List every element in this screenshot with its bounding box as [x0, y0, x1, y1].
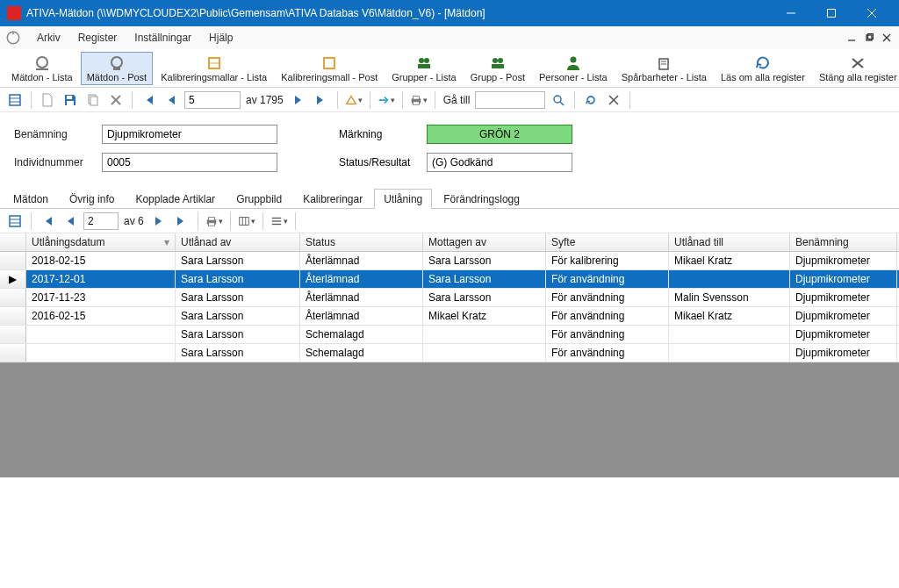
svg-rect-52: [239, 217, 248, 225]
view-mode-icon[interactable]: [5, 90, 25, 110]
btn-stang-alla[interactable]: Stäng alla register: [813, 52, 899, 85]
individ-label: Individnummer: [14, 156, 102, 169]
col-utlanad-till[interactable]: Utlånad till: [669, 233, 790, 251]
svg-rect-40: [413, 96, 419, 99]
cell-utlanad-till: Malin Svensson: [669, 289, 790, 306]
mdi-close-button[interactable]: [880, 32, 894, 44]
sub-print-icon[interactable]: ▾: [205, 212, 224, 231]
nav-next-icon[interactable]: [289, 90, 308, 110]
tab-ovrig-info[interactable]: Övrig info: [60, 189, 124, 209]
sub-nav-position-input[interactable]: [83, 212, 119, 230]
cell-benamning: Djupmikrometer: [790, 326, 897, 343]
cell-benamning: Djupmikrometer: [790, 289, 897, 306]
sub-nav-first-icon[interactable]: [38, 212, 57, 231]
btn-sparbarheter-lista[interactable]: Spårbarheter - Lista: [615, 52, 713, 85]
grid-area: Utlåningsdatum▾ Utlånad av Status Mottag…: [0, 233, 899, 477]
btn-las-om[interactable]: Läs om alla register: [715, 52, 811, 85]
sub-nav-prev-icon[interactable]: [61, 212, 80, 231]
nav-last-icon[interactable]: [312, 90, 331, 110]
cell-utlanad-av: Sara Larsson: [176, 344, 300, 362]
svg-rect-46: [10, 216, 20, 226]
table-row[interactable]: Sara LarssonSchemalagdFör användningDjup…: [0, 344, 899, 362]
col-benamning[interactable]: Benämning: [790, 233, 897, 251]
col-utlanad-av[interactable]: Utlånad av: [176, 233, 300, 251]
tab-kopplade-artiklar[interactable]: Kopplade Artiklar: [126, 189, 225, 209]
new-icon[interactable]: [38, 90, 57, 110]
btn-personer-lista[interactable]: Personer - Lista: [533, 52, 614, 85]
cell-utlanad-av: Sara Larsson: [176, 252, 300, 269]
table-row[interactable]: 2016-02-15Sara LarssonÅterlämnadMikael K…: [0, 307, 899, 326]
triangle-icon[interactable]: ▾: [344, 90, 363, 110]
refresh-icon[interactable]: [581, 90, 601, 110]
svg-rect-20: [418, 64, 430, 68]
col-status[interactable]: Status: [300, 233, 423, 251]
col-utlaningsdatum[interactable]: Utlåningsdatum▾: [26, 233, 176, 251]
sub-nav-last-icon[interactable]: [172, 212, 191, 231]
copy-icon[interactable]: [83, 90, 103, 110]
menu-installningar[interactable]: Inställningar: [126, 29, 200, 47]
app-icon: [7, 6, 21, 20]
save-icon[interactable]: [61, 90, 80, 110]
print-icon[interactable]: ▾: [409, 90, 428, 110]
cell-utlanad-till: [669, 270, 790, 288]
maximize-button[interactable]: [811, 0, 852, 26]
tab-utlaning[interactable]: Utlåning: [374, 189, 432, 209]
search-icon[interactable]: [549, 90, 568, 110]
tab-forandringslogg[interactable]: Förändringslogg: [434, 189, 529, 209]
row-header-corner: [0, 233, 26, 251]
cell-utlaningsdatum: [26, 326, 176, 343]
cell-syfte: För kalibrering: [546, 252, 669, 269]
minimize-button[interactable]: [771, 0, 811, 26]
cell-utlaningsdatum: 2016-02-15: [26, 307, 176, 325]
btn-kalibmall-post[interactable]: Kalibreringsmall - Post: [275, 52, 384, 85]
sub-nav-next-icon[interactable]: [149, 212, 169, 231]
sub-columns-icon[interactable]: ▾: [237, 212, 256, 231]
svg-rect-50: [208, 217, 214, 220]
svg-point-42: [554, 96, 561, 103]
nav-position-input[interactable]: [184, 91, 241, 109]
window-title: ATIVA-Mätdon (\\WDMYCLOUDEX2\Public\Geme…: [26, 7, 771, 19]
caliper-icon: [5, 30, 21, 46]
go-to-label: Gå till: [442, 94, 472, 106]
btn-kalibmallar-lista[interactable]: Kalibreringsmallar - Lista: [155, 52, 273, 85]
sub-list-icon[interactable]: ▾: [270, 212, 289, 231]
individ-input[interactable]: [102, 153, 277, 172]
tab-matdon[interactable]: Mätdon: [4, 189, 58, 209]
col-mottagen-av[interactable]: Mottagen av: [423, 233, 546, 251]
cell-utlanad-till: Mikael Kratz: [669, 307, 790, 325]
mdi-minimize-button[interactable]: [845, 32, 859, 44]
col-syfte[interactable]: Syfte: [546, 233, 669, 251]
table-row[interactable]: Sara LarssonSchemalagdFör användningDjup…: [0, 326, 899, 344]
table-row[interactable]: 2018-02-15Sara LarssonÅterlämnadSara Lar…: [0, 252, 899, 270]
btn-matdon-lista[interactable]: Mätdon - Lista: [5, 52, 79, 85]
btn-matdon-post[interactable]: Mätdon - Post: [81, 52, 153, 85]
cell-status: Återlämnad: [300, 307, 423, 325]
clear-icon[interactable]: [604, 90, 623, 110]
nav-prev-icon[interactable]: [162, 90, 181, 110]
sort-desc-icon: ▾: [164, 236, 169, 248]
benamning-input[interactable]: [102, 125, 277, 144]
btn-grupper-lista[interactable]: Grupper - Lista: [385, 52, 462, 85]
arrow-right-icon[interactable]: ▾: [377, 90, 396, 110]
menu-bar: Arkiv Register Inställningar Hjälp: [0, 26, 899, 49]
delete-icon[interactable]: [106, 90, 126, 110]
svg-point-24: [570, 57, 576, 63]
menu-arkiv[interactable]: Arkiv: [28, 29, 69, 47]
table-row[interactable]: 2017-11-23Sara LarssonÅterlämnadSara Lar…: [0, 289, 899, 307]
tab-gruppbild[interactable]: Gruppbild: [227, 189, 291, 209]
cell-utlaningsdatum: 2017-11-23: [26, 289, 176, 306]
cell-benamning: Djupmikrometer: [790, 344, 897, 362]
btn-grupp-post[interactable]: Grupp - Post: [464, 52, 531, 85]
close-button[interactable]: [852, 0, 892, 26]
sub-view-icon[interactable]: [5, 212, 25, 231]
mdi-restore-button[interactable]: [862, 32, 876, 44]
table-row[interactable]: ▶2017-12-01Sara LarssonÅterlämnadSara La…: [0, 270, 899, 289]
menu-hjalp[interactable]: Hjälp: [200, 29, 241, 47]
cell-mottagen-av: Mikael Kratz: [423, 307, 546, 325]
go-to-input[interactable]: [475, 91, 545, 109]
tab-kalibreringar[interactable]: Kalibreringar: [293, 189, 372, 209]
nav-first-icon[interactable]: [139, 90, 158, 110]
menu-register[interactable]: Register: [69, 29, 126, 47]
svg-point-21: [493, 58, 498, 63]
main-toolbar: Mätdon - Lista Mätdon - Post Kalibrering…: [0, 49, 899, 88]
